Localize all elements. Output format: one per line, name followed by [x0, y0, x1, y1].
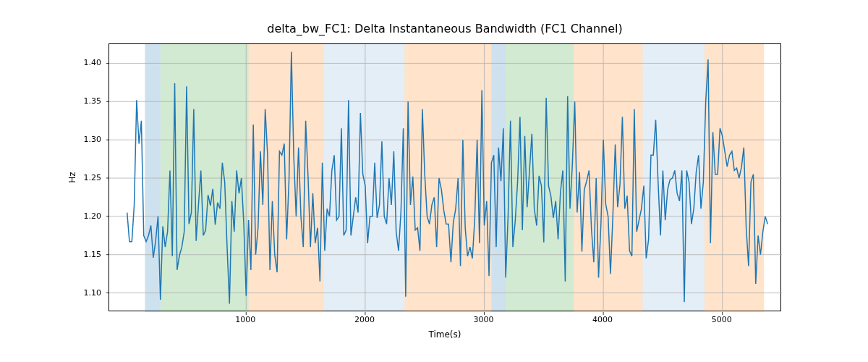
x-tick-label: 2000	[354, 315, 375, 324]
figure: delta_bw_FC1: Delta Instantaneous Bandwi…	[0, 0, 868, 362]
chart-title: delta_bw_FC1: Delta Instantaneous Bandwi…	[109, 22, 781, 35]
y-tick-label: 1.35	[84, 96, 102, 106]
y-tick-label: 1.15	[84, 249, 102, 258]
x-tick-label: 1000	[235, 315, 255, 324]
y-tick-label: 1.25	[84, 173, 102, 182]
y-tick-label: 1.20	[84, 211, 102, 220]
plot-axes	[109, 43, 781, 311]
y-tick-label: 1.30	[84, 135, 102, 144]
x-axis-label: Time(s)	[109, 329, 781, 340]
y-axis-label: Hz	[67, 172, 77, 182]
x-tick-label: 3000	[473, 315, 493, 324]
y-tick-label: 1.40	[84, 58, 102, 67]
x-tick-label: 5000	[712, 315, 732, 324]
plot-svg	[109, 44, 780, 311]
y-tick-label: 1.10	[84, 287, 102, 297]
x-tick-label: 4000	[592, 315, 613, 324]
